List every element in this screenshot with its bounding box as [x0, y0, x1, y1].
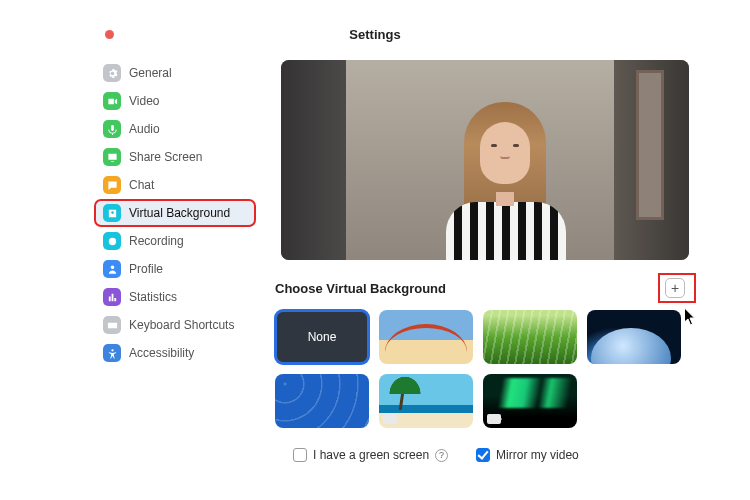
- bg-thumb-beach[interactable]: [379, 374, 473, 428]
- video-icon: [103, 92, 121, 110]
- sidebar-item-label: Profile: [129, 262, 163, 276]
- settings-sidebar: General Video Audio Share Screen Chat Vi…: [95, 60, 255, 368]
- bg-thumb-grass[interactable]: [483, 310, 577, 364]
- sidebar-item-chat[interactable]: Chat: [95, 172, 255, 198]
- svg-point-1: [111, 349, 113, 351]
- profile-icon: [103, 260, 121, 278]
- audio-icon: [103, 120, 121, 138]
- sidebar-item-share-screen[interactable]: Share Screen: [95, 144, 255, 170]
- recording-icon: [103, 232, 121, 250]
- add-background-highlight: +: [659, 274, 695, 302]
- keyboard-icon: [103, 316, 121, 334]
- accessibility-icon: [103, 344, 121, 362]
- statistics-icon: [103, 288, 121, 306]
- sidebar-item-video[interactable]: Video: [95, 88, 255, 114]
- plus-icon: +: [671, 281, 679, 295]
- share-screen-icon: [103, 148, 121, 166]
- sidebar-item-label: Statistics: [129, 290, 177, 304]
- sidebar-item-recording[interactable]: Recording: [95, 228, 255, 254]
- bg-thumb-none[interactable]: None: [275, 310, 369, 364]
- sidebar-item-virtual-background[interactable]: Virtual Background: [95, 200, 255, 226]
- video-preview: [281, 60, 689, 260]
- sidebar-item-statistics[interactable]: Statistics: [95, 284, 255, 310]
- green-screen-checkbox[interactable]: I have a green screen ?: [293, 448, 448, 462]
- sidebar-item-general[interactable]: General: [95, 60, 255, 86]
- background-thumbnails: None: [275, 310, 695, 428]
- bg-thumb-label: None: [308, 330, 337, 344]
- sidebar-item-accessibility[interactable]: Accessibility: [95, 340, 255, 366]
- sidebar-item-label: Virtual Background: [129, 206, 230, 220]
- sidebar-item-label: Recording: [129, 234, 184, 248]
- gear-icon: [103, 64, 121, 82]
- main-panel: Choose Virtual Background + None: [275, 60, 695, 462]
- video-badge-icon: [487, 414, 501, 424]
- bg-thumb-aurora[interactable]: [483, 374, 577, 428]
- window-title: Settings: [0, 27, 750, 42]
- virtual-background-icon: [103, 204, 121, 222]
- mirror-video-checkbox[interactable]: Mirror my video: [476, 448, 579, 462]
- sidebar-item-label: Share Screen: [129, 150, 202, 164]
- sidebar-item-label: Accessibility: [129, 346, 194, 360]
- bg-thumb-bridge[interactable]: [379, 310, 473, 364]
- sidebar-item-audio[interactable]: Audio: [95, 116, 255, 142]
- checkbox-label: I have a green screen: [313, 448, 429, 462]
- help-icon[interactable]: ?: [435, 449, 448, 462]
- sidebar-item-label: Audio: [129, 122, 160, 136]
- sidebar-item-label: Chat: [129, 178, 154, 192]
- bg-thumb-pattern[interactable]: [275, 374, 369, 428]
- sidebar-item-label: Video: [129, 94, 159, 108]
- add-background-button[interactable]: +: [665, 278, 685, 298]
- checkbox-icon: [476, 448, 490, 462]
- checkbox-icon: [293, 448, 307, 462]
- chat-icon: [103, 176, 121, 194]
- sidebar-item-profile[interactable]: Profile: [95, 256, 255, 282]
- bg-thumb-space[interactable]: [587, 310, 681, 364]
- sidebar-item-label: General: [129, 66, 172, 80]
- sidebar-item-label: Keyboard Shortcuts: [129, 318, 234, 332]
- sidebar-item-keyboard-shortcuts[interactable]: Keyboard Shortcuts: [95, 312, 255, 338]
- section-title: Choose Virtual Background: [275, 281, 446, 296]
- checkbox-label: Mirror my video: [496, 448, 579, 462]
- video-badge-icon: [383, 414, 397, 424]
- svg-point-0: [108, 237, 115, 244]
